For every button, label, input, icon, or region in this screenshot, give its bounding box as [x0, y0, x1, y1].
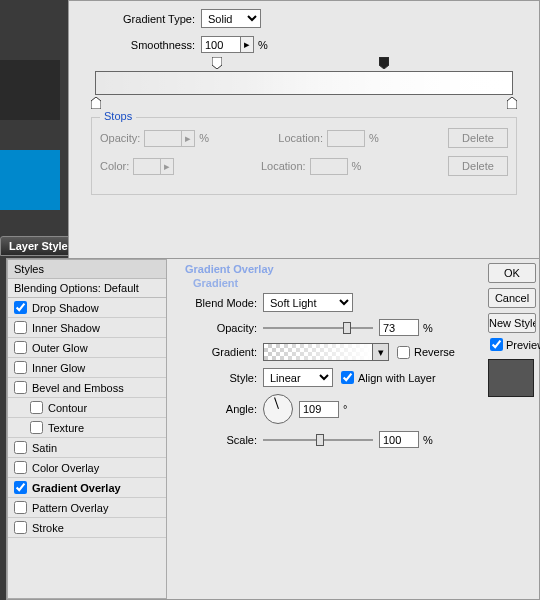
sidebar-item-label: Texture: [48, 422, 84, 434]
sidebar-item-label: Stroke: [32, 522, 64, 534]
delete-color-stop-button: Delete: [448, 156, 508, 176]
sidebar-item-label: Drop Shadow: [32, 302, 99, 314]
sidebar-item-label: Color Overlay: [32, 462, 99, 474]
preview-checkbox[interactable]: [490, 338, 503, 351]
sidebar-checkbox[interactable]: [30, 401, 43, 414]
svg-marker-3: [507, 97, 517, 109]
bg-swatch-gray: [0, 60, 60, 120]
sidebar-item-inner-glow[interactable]: Inner Glow: [8, 358, 166, 378]
sidebar-item-stroke[interactable]: Stroke: [8, 518, 166, 538]
dialog-buttons: OK Cancel New Style... Preview: [488, 263, 540, 397]
bg-swatch-blue: [0, 150, 60, 210]
scale-slider[interactable]: [263, 432, 373, 448]
sidebar-item-label: Outer Glow: [32, 342, 88, 354]
preview-label: Preview: [506, 339, 540, 351]
sidebar-item-color-overlay[interactable]: Color Overlay: [8, 458, 166, 478]
location-input: [310, 158, 348, 175]
sidebar-item-label: Bevel and Emboss: [32, 382, 124, 394]
style-select[interactable]: Linear: [263, 368, 333, 387]
svg-marker-1: [379, 57, 389, 69]
color-stop-swatch: [133, 158, 161, 175]
sidebar-checkbox[interactable]: [14, 361, 27, 374]
color-stop-marker[interactable]: [507, 97, 517, 109]
gradient-preview[interactable]: [263, 343, 373, 361]
degree-label: °: [343, 403, 347, 415]
align-checkbox[interactable]: [341, 371, 354, 384]
opacity-stop-spinner: ▸: [181, 130, 195, 147]
blend-mode-label: Blend Mode:: [185, 297, 257, 309]
opacity-stop-marker[interactable]: [379, 57, 389, 69]
sidebar-item-label: Pattern Overlay: [32, 502, 108, 514]
angle-dial[interactable]: [263, 394, 293, 424]
gradient-type-label: Gradient Type:: [85, 13, 195, 25]
sidebar-checkbox[interactable]: [14, 481, 27, 494]
reverse-label: Reverse: [414, 346, 455, 358]
preview-swatch: [488, 359, 534, 397]
color-stop-label: Color:: [100, 160, 129, 172]
smoothness-input[interactable]: [201, 36, 241, 53]
styles-header[interactable]: Styles: [8, 260, 166, 279]
sidebar-item-gradient-overlay[interactable]: Gradient Overlay: [8, 478, 166, 498]
sidebar-item-drop-shadow[interactable]: Drop Shadow: [8, 298, 166, 318]
sidebar-checkbox[interactable]: [14, 301, 27, 314]
style-label: Style:: [185, 372, 257, 384]
sidebar-item-bevel-and-emboss[interactable]: Bevel and Emboss: [8, 378, 166, 398]
sidebar-checkbox[interactable]: [30, 421, 43, 434]
sidebar-item-label: Gradient Overlay: [32, 482, 121, 494]
reverse-checkbox[interactable]: [397, 346, 410, 359]
blending-options-item[interactable]: Blending Options: Default: [8, 279, 166, 298]
sidebar-checkbox[interactable]: [14, 521, 27, 534]
gradient-type-select[interactable]: Solid: [201, 9, 261, 28]
sidebar-checkbox[interactable]: [14, 461, 27, 474]
sidebar-item-pattern-overlay[interactable]: Pattern Overlay: [8, 498, 166, 518]
gradient-overlay-panel: Gradient Overlay Gradient Blend Mode: So…: [175, 259, 479, 599]
svg-marker-0: [212, 57, 222, 69]
color-stop-picker: ▸: [160, 158, 174, 175]
opacity-label: Opacity:: [185, 322, 257, 334]
gradient-dropdown-icon[interactable]: ▾: [373, 343, 389, 361]
opacity-stop-input: [144, 130, 182, 147]
layer-style-tab: Layer Style: [0, 236, 77, 256]
opacity-input[interactable]: [379, 319, 419, 336]
sidebar-checkbox[interactable]: [14, 321, 27, 334]
section-subtitle: Gradient: [193, 277, 469, 289]
smoothness-label: Smoothness:: [85, 39, 195, 51]
location-input: [327, 130, 365, 147]
sidebar-item-contour[interactable]: Contour: [8, 398, 166, 418]
percent-label: %: [258, 39, 268, 51]
sidebar-item-label: Inner Glow: [32, 362, 85, 374]
section-title: Gradient Overlay: [185, 263, 469, 275]
angle-label: Angle:: [185, 403, 257, 415]
stops-group: Stops Opacity: ▸% Location: % Delete Col…: [91, 117, 517, 195]
sidebar-item-outer-glow[interactable]: Outer Glow: [8, 338, 166, 358]
sidebar-item-label: Contour: [48, 402, 87, 414]
blend-mode-select[interactable]: Soft Light: [263, 293, 353, 312]
cancel-button[interactable]: Cancel: [488, 288, 536, 308]
location-label: Location:: [261, 160, 306, 172]
color-stop-marker[interactable]: [91, 97, 101, 109]
styles-sidebar: Styles Blending Options: Default Drop Sh…: [7, 259, 167, 599]
sidebar-checkbox[interactable]: [14, 441, 27, 454]
sidebar-checkbox[interactable]: [14, 381, 27, 394]
opacity-stop-label: Opacity:: [100, 132, 140, 144]
sidebar-item-satin[interactable]: Satin: [8, 438, 166, 458]
layer-style-dialog: Styles Blending Options: Default Drop Sh…: [6, 258, 540, 600]
new-style-button[interactable]: New Style...: [488, 313, 536, 333]
scale-input[interactable]: [379, 431, 419, 448]
location-label: Location:: [278, 132, 323, 144]
sidebar-checkbox[interactable]: [14, 501, 27, 514]
sidebar-item-texture[interactable]: Texture: [8, 418, 166, 438]
stops-legend: Stops: [100, 110, 136, 122]
gradient-bar[interactable]: [95, 71, 513, 95]
sidebar-item-label: Inner Shadow: [32, 322, 100, 334]
sidebar-item-label: Satin: [32, 442, 57, 454]
svg-marker-2: [91, 97, 101, 109]
sidebar-checkbox[interactable]: [14, 341, 27, 354]
smoothness-spinner[interactable]: ▸: [240, 36, 254, 53]
angle-input[interactable]: [299, 401, 339, 418]
opacity-stop-marker[interactable]: [212, 57, 222, 69]
opacity-slider[interactable]: [263, 320, 373, 336]
gradient-editor-dialog: Gradient Type: Solid Smoothness: ▸ % Sto…: [68, 0, 540, 260]
ok-button[interactable]: OK: [488, 263, 536, 283]
sidebar-item-inner-shadow[interactable]: Inner Shadow: [8, 318, 166, 338]
